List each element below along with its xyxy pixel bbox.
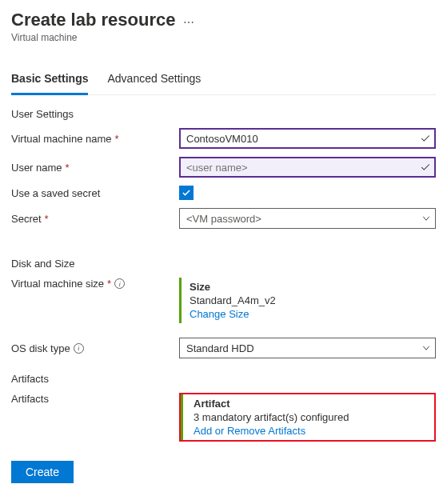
more-icon[interactable]: ⋯	[183, 16, 194, 29]
vm-name-input[interactable]	[179, 128, 436, 149]
use-saved-secret-label: Use a saved secret	[11, 187, 179, 199]
info-icon[interactable]: i	[74, 343, 84, 354]
page-subtitle: Virtual machine	[11, 32, 436, 43]
artifacts-row-label: Artifacts	[11, 393, 179, 405]
secret-select[interactable]: <VM password>	[179, 208, 436, 229]
vm-size-block: Size Standard_A4m_v2 Change Size	[179, 278, 436, 323]
user-name-input[interactable]	[179, 157, 436, 178]
info-icon[interactable]: i	[114, 278, 125, 289]
vm-size-label: Virtual machine size* i	[11, 278, 179, 290]
section-user-settings: User Settings	[11, 108, 436, 120]
vm-name-label: Virtual machine name*	[11, 133, 179, 145]
size-title: Size	[190, 281, 428, 293]
os-disk-label: OS disk type i	[11, 342, 179, 354]
create-button[interactable]: Create	[11, 461, 74, 483]
tab-basic-settings[interactable]: Basic Settings	[11, 66, 88, 95]
artifact-count: 3 mandatory artifact(s) configured	[194, 411, 426, 423]
change-size-link[interactable]: Change Size	[190, 308, 428, 320]
tabs: Basic Settings Advanced Settings	[11, 66, 436, 95]
section-artifacts: Artifacts	[11, 373, 436, 385]
tab-advanced-settings[interactable]: Advanced Settings	[107, 66, 201, 95]
size-value: Standard_A4m_v2	[190, 294, 428, 306]
os-disk-select[interactable]: Standard HDD	[179, 338, 436, 358]
artifact-title: Artifact	[194, 398, 426, 410]
secret-label: Secret*	[11, 213, 179, 225]
page-title: Create lab resource	[11, 10, 175, 30]
user-name-label: User name*	[11, 162, 179, 174]
section-disk-size: Disk and Size	[11, 258, 436, 270]
use-saved-secret-checkbox[interactable]	[179, 186, 194, 200]
artifacts-block: Artifact 3 mandatory artifact(s) configu…	[179, 393, 436, 442]
add-remove-artifacts-link[interactable]: Add or Remove Artifacts	[194, 425, 426, 437]
